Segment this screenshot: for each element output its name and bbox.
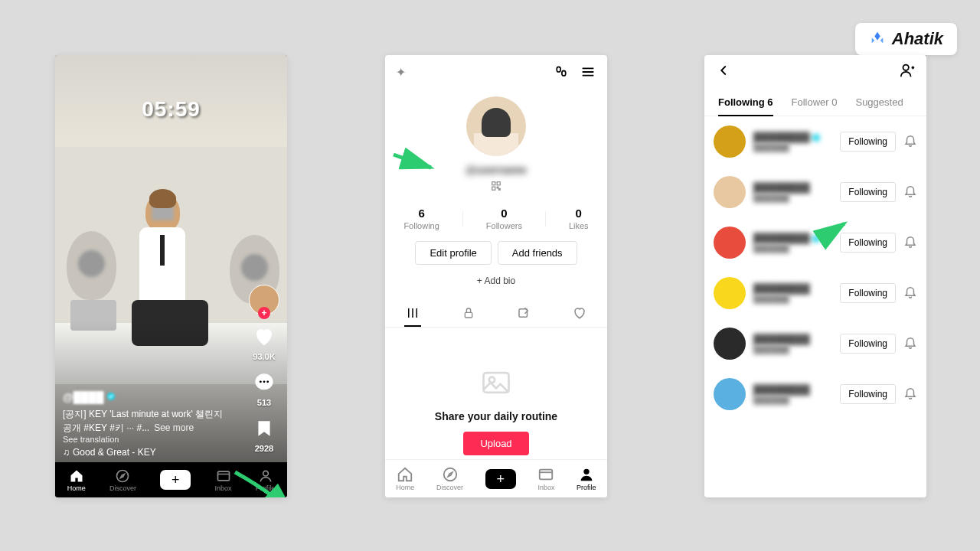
bookmark-count: 2928 [255,444,273,453]
bell-icon[interactable] [903,335,917,352]
user-sub: ██████ [753,295,832,304]
user-name: ████████ [753,384,832,396]
edit-profile-button[interactable]: Edit profile [415,241,491,265]
bookmark-button[interactable]: 2928 [250,415,278,453]
bell-icon[interactable] [903,133,917,150]
user-avatar[interactable] [714,126,746,158]
nav-profile[interactable]: Profile [256,468,276,492]
user-avatar[interactable] [714,227,746,259]
user-info: ██████████████ [753,334,832,354]
svg-rect-6 [217,471,229,481]
add-bio-link[interactable]: + Add bio [385,276,607,286]
following-row[interactable]: ██████████████Following [714,369,917,419]
user-avatar[interactable] [714,378,746,410]
nav-home[interactable]: Home [396,466,414,491]
following-button[interactable]: Following [840,132,896,152]
following-button[interactable]: Following [840,182,896,202]
nav-home[interactable]: Home [67,468,86,492]
plus-icon: + [496,472,505,486]
like-count: 93.0K [253,352,275,361]
following-tabs: Following 6 Follower 0 Suggested [704,89,926,116]
creator-handle[interactable]: @████ [63,391,230,403]
following-screen: Following 6 Follower 0 Suggested ███████… [704,55,926,497]
stat-following[interactable]: 6 Following [403,207,439,230]
svg-point-9 [562,70,566,76]
user-sub: ██████ [753,194,832,203]
user-avatar[interactable] [714,176,746,208]
menu-icon[interactable] [580,64,596,80]
nav-create[interactable]: + [160,470,191,490]
back-button[interactable] [715,62,732,82]
add-friends-button[interactable]: Add friends [498,241,577,265]
following-button[interactable]: Following [840,233,896,253]
video-info: @████ [공지] KEY 'Last minute at work' 챌린지… [63,391,230,458]
following-row[interactable]: ██████████████Following [714,318,917,369]
svg-point-1 [260,380,262,383]
bell-icon[interactable] [903,386,917,403]
tab-follower[interactable]: Follower 0 [792,89,838,116]
user-avatar[interactable] [714,277,746,309]
nav-inbox-label: Inbox [215,484,232,492]
footprint-icon[interactable] [554,64,569,80]
svg-point-28 [903,65,909,70]
sparkle-icon[interactable] [396,65,410,79]
nav-create[interactable]: + [485,469,516,489]
discover-icon [115,468,130,484]
creator-avatar[interactable]: + [249,285,279,315]
tab-suggested[interactable]: Suggested [855,89,903,116]
comment-button[interactable]: 513 [250,369,278,407]
following-button[interactable]: Following [840,334,896,354]
tab-reposts[interactable] [496,298,552,327]
see-more-link[interactable]: See more [154,422,194,433]
profile-screen: @username 6 Following 0 Followers 0 Like… [385,55,607,497]
bottom-nav: Home Discover + Inbox Profile [385,459,607,497]
stat-likes[interactable]: 0 Likes [569,207,589,230]
svg-rect-14 [497,182,500,185]
see-translation-link[interactable]: See translation [63,435,230,444]
svg-rect-17 [499,189,501,191]
ahatik-text: Ahatik [892,29,943,49]
profile-icon [578,466,595,483]
following-row[interactable]: ██████████████Following [714,116,917,167]
nav-discover-label: Discover [436,484,463,491]
bell-icon[interactable] [903,285,917,302]
profile-avatar[interactable] [466,96,526,156]
following-button[interactable]: Following [840,283,896,303]
svg-point-25 [443,468,456,481]
upload-button[interactable]: Upload [463,432,528,455]
bell-icon[interactable] [903,184,917,201]
tab-private[interactable] [441,298,497,327]
music-title: Good & Great - KEY [73,447,156,458]
nav-profile[interactable]: Profile [577,466,596,491]
stat-followers[interactable]: 0 Followers [486,207,522,230]
tab-liked[interactable] [552,298,608,327]
svg-rect-15 [492,187,495,190]
svg-point-7 [263,471,268,476]
music-info[interactable]: ♫ Good & Great - KEY [63,447,230,458]
home-icon [69,468,84,484]
user-avatar[interactable] [714,328,746,360]
home-icon [397,466,413,483]
following-header [704,55,926,89]
bell-icon[interactable] [903,234,917,251]
nav-discover[interactable]: Discover [436,466,463,491]
tab-grid[interactable] [385,298,441,327]
following-row[interactable]: ██████████████Following [714,217,917,268]
add-user-icon[interactable] [899,62,916,82]
nav-inbox[interactable]: Inbox [537,466,554,491]
profile-stats: 6 Following 0 Followers 0 Likes [385,207,607,230]
user-name: ████████ [753,283,832,295]
following-row[interactable]: ██████████████Following [714,167,917,217]
svg-point-2 [263,380,266,383]
following-row[interactable]: ██████████████Following [714,268,917,318]
qr-icon[interactable] [385,181,607,194]
tab-following[interactable]: Following 6 [718,89,773,116]
music-note-icon: ♫ [63,447,70,458]
svg-rect-16 [497,187,498,188]
nav-discover[interactable]: Discover [109,468,136,492]
likes-label: Likes [569,221,589,230]
followers-count: 0 [486,207,522,220]
following-button[interactable]: Following [840,384,896,404]
nav-inbox[interactable]: Inbox [215,468,232,492]
like-button[interactable]: 93.0K [250,323,278,361]
